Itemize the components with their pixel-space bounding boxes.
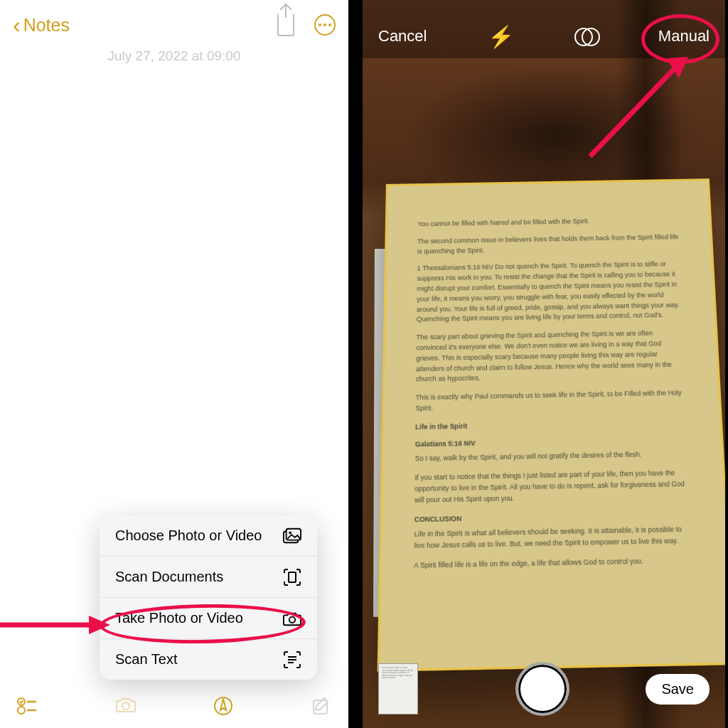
scanner-bottombar: Lorem ipsum dolor sit amet consectetur a… bbox=[363, 650, 725, 728]
svg-point-10 bbox=[18, 707, 25, 714]
svg-line-17 bbox=[590, 68, 675, 156]
detected-document: You cannot be filled with hatred and be … bbox=[378, 178, 725, 672]
scan-text-icon bbox=[283, 652, 301, 668]
share-icon[interactable] bbox=[277, 14, 294, 36]
notes-toolbar bbox=[0, 684, 348, 728]
svg-point-12 bbox=[122, 702, 129, 710]
flash-icon[interactable]: ⚡ bbox=[488, 24, 514, 49]
shutter-button[interactable] bbox=[515, 662, 569, 716]
take-photo-label: Take Photo or Video bbox=[115, 610, 243, 626]
notes-header: ‹ Notes bbox=[0, 0, 348, 50]
svg-marker-16 bbox=[89, 616, 110, 634]
svg-point-4 bbox=[289, 616, 295, 622]
svg-point-2 bbox=[289, 531, 291, 534]
note-timestamp: July 27, 2022 at 09:00 bbox=[0, 48, 348, 64]
choose-photo-label: Choose Photo or Video bbox=[115, 528, 262, 544]
back-label: Notes bbox=[23, 15, 70, 36]
scan-documents-label: Scan Documents bbox=[115, 569, 223, 585]
color-filter-icon[interactable] bbox=[574, 28, 597, 45]
save-button[interactable]: Save bbox=[646, 674, 710, 705]
back-button[interactable]: ‹ Notes bbox=[13, 12, 70, 38]
camera-toolbar-icon[interactable] bbox=[115, 696, 135, 716]
scan-text-label: Scan Text bbox=[115, 651, 177, 668]
mode-toggle[interactable]: Manual bbox=[658, 27, 710, 46]
cancel-button[interactable]: Cancel bbox=[378, 27, 427, 46]
scan-text-item[interactable]: Scan Text bbox=[100, 639, 317, 680]
compose-icon[interactable] bbox=[311, 696, 331, 716]
attach-popup: Choose Photo or Video Scan Documents Tak… bbox=[100, 515, 317, 680]
camera-icon bbox=[283, 611, 301, 626]
choose-photo-item[interactable]: Choose Photo or Video bbox=[100, 515, 317, 557]
markup-icon[interactable] bbox=[213, 696, 233, 716]
annotation-arrow bbox=[583, 50, 697, 164]
more-icon[interactable] bbox=[314, 14, 336, 36]
scan-documents-item[interactable]: Scan Documents bbox=[100, 557, 317, 598]
photo-library-icon bbox=[283, 528, 301, 544]
annotation-arrow bbox=[0, 614, 110, 628]
take-photo-item[interactable]: Take Photo or Video bbox=[100, 598, 317, 639]
notes-app-screen: ‹ Notes July 27, 2022 at 09:00 Choose Ph… bbox=[0, 0, 348, 728]
checklist-icon[interactable] bbox=[17, 696, 37, 716]
chevron-left-icon: ‹ bbox=[13, 12, 21, 38]
scanner-screen: You cannot be filled with hatred and be … bbox=[348, 0, 728, 728]
scan-documents-icon bbox=[283, 569, 301, 585]
scan-thumbnail[interactable]: Lorem ipsum dolor sit amet consectetur a… bbox=[378, 663, 418, 714]
svg-rect-3 bbox=[289, 572, 296, 582]
